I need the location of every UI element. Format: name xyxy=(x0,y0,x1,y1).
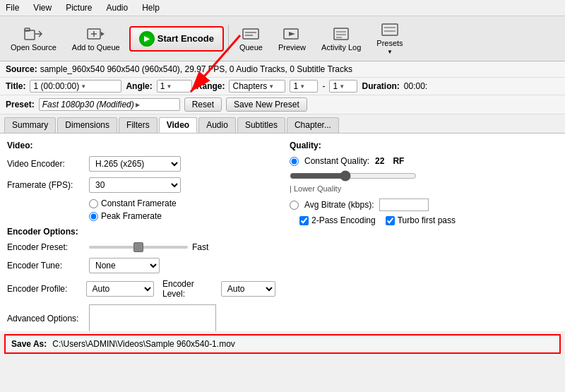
menu-picture[interactable]: Picture xyxy=(63,1,95,14)
preset-combo[interactable]: Fast 1080p30 (Modified) ▶ xyxy=(39,98,180,111)
encoder-tune-select[interactable]: None xyxy=(89,258,160,273)
queue-icon xyxy=(241,26,261,42)
queue-label: Queue xyxy=(239,43,263,52)
quality-panel: Quality: Constant Quality: 22 RF | Lower… xyxy=(290,141,558,324)
preset-arrow: ▶ xyxy=(136,102,140,108)
open-source-icon xyxy=(23,26,43,42)
preview-icon xyxy=(282,26,302,42)
angle-value: 1 xyxy=(160,81,165,91)
encoder-profile-select[interactable]: Auto xyxy=(86,281,154,297)
menu-help[interactable]: Help xyxy=(139,1,162,14)
duration-value: 00:00: xyxy=(404,81,427,91)
video-panel: Video: Video Encoder: H.265 (x265) Frame… xyxy=(7,141,275,324)
angle-combo[interactable]: 1 ▼ xyxy=(157,80,192,93)
menu-view[interactable]: View xyxy=(30,1,54,14)
turbo-checkbox[interactable] xyxy=(386,216,395,225)
peak-framerate-radio[interactable] xyxy=(89,212,98,221)
range-from-combo[interactable]: 1 ▼ xyxy=(290,80,318,93)
tab-video[interactable]: Video xyxy=(159,117,197,133)
add-to-queue-button[interactable]: Add to Queue xyxy=(66,23,126,54)
range-from-value: 1 xyxy=(293,81,298,91)
encoder-profile-row: Encoder Profile: Auto Encoder Level: Aut… xyxy=(7,279,275,299)
encoder-preset-value: Fast xyxy=(192,242,208,252)
start-encode-button[interactable]: ▶ Start Encode xyxy=(129,26,224,52)
framerate-select[interactable]: 30 xyxy=(89,177,181,193)
menubar: File View Picture Audio Help xyxy=(0,0,565,16)
main-content: Video: Video Encoder: H.265 (x265) Frame… xyxy=(0,133,565,331)
preset-value: Fast 1080p30 (Modified) xyxy=(42,100,134,109)
framerate-row: Framerate (FPS): 30 xyxy=(7,177,275,193)
activity-log-button[interactable]: Activity Log xyxy=(315,23,367,54)
constant-framerate-row: Constant Framerate xyxy=(89,198,275,208)
tabs-row: Summary Dimensions Filters Video Audio S… xyxy=(0,114,565,133)
video-title: Video: xyxy=(7,141,275,150)
encoder-tune-label: Encoder Tune: xyxy=(7,261,85,271)
constant-quality-radio[interactable] xyxy=(290,157,299,166)
preview-label: Preview xyxy=(278,43,306,52)
avg-bitrate-input[interactable] xyxy=(379,198,429,211)
tab-filters[interactable]: Filters xyxy=(119,117,157,133)
play-icon: ▶ xyxy=(139,31,155,47)
quality-slider[interactable] xyxy=(290,170,417,182)
avg-bitrate-row: Avg Bitrate (kbps): xyxy=(290,198,558,211)
queue-button[interactable]: Queue xyxy=(233,23,269,54)
range-label: Range: xyxy=(196,81,225,91)
presets-button[interactable]: Presets ▼ xyxy=(370,19,409,58)
encoder-options-title: Encoder Options: xyxy=(7,227,275,237)
range-to-arrow: ▼ xyxy=(339,83,345,90)
range-from-arrow: ▼ xyxy=(299,83,305,90)
add-to-queue-icon xyxy=(86,26,106,42)
encoder-row: Video Encoder: H.265 (x265) xyxy=(7,156,275,172)
range-to-combo[interactable]: 1 ▼ xyxy=(329,80,357,93)
presets-label: Presets xyxy=(376,39,403,47)
lower-quality-label: | Lower Quality xyxy=(290,184,558,193)
save-new-preset-button[interactable]: Save New Preset xyxy=(226,97,307,112)
advanced-options-label: Advanced Options: xyxy=(7,314,85,323)
tab-dimensions[interactable]: Dimensions xyxy=(57,117,117,133)
svg-rect-1 xyxy=(25,28,30,31)
avg-bitrate-radio[interactable] xyxy=(290,201,299,210)
framerate-label: Framerate (FPS): xyxy=(7,180,85,190)
quality-slider-container xyxy=(290,170,558,182)
saveas-row: Save As: xyxy=(4,334,561,354)
preset-label: Preset: xyxy=(6,100,35,109)
preview-button[interactable]: Preview xyxy=(272,23,312,54)
saveas-input[interactable] xyxy=(52,339,554,349)
menu-file[interactable]: File xyxy=(3,1,22,14)
menu-audio[interactable]: Audio xyxy=(104,1,131,14)
encoder-select[interactable]: H.265 (x265) xyxy=(89,156,181,172)
svg-rect-3 xyxy=(243,29,258,39)
peak-framerate-row: Peak Framerate xyxy=(89,211,275,221)
encoder-level-label: Encoder Level: xyxy=(162,279,217,299)
encoder-preset-row: Encoder Preset: Fast xyxy=(7,242,275,252)
two-pass-checkbox[interactable] xyxy=(299,216,309,225)
open-source-button[interactable]: Open Source xyxy=(4,23,63,54)
turbo-label: Turbo first pass xyxy=(398,215,456,225)
source-value: sample_960x540 960x540 (960x540), 29.97 … xyxy=(40,64,352,74)
open-source-label: Open Source xyxy=(11,43,56,52)
constant-quality-value: 22 xyxy=(375,156,384,166)
title-value: 1 (00:00:00) xyxy=(33,81,79,91)
duration-label: Duration: xyxy=(362,81,399,91)
svg-rect-7 xyxy=(334,28,348,40)
range-type-combo[interactable]: Chapters ▼ xyxy=(229,80,285,93)
title-combo[interactable]: 1 (00:00:00) ▼ xyxy=(30,80,121,93)
angle-label: Angle: xyxy=(126,81,152,91)
tab-summary[interactable]: Summary xyxy=(4,117,56,133)
tab-audio[interactable]: Audio xyxy=(198,117,236,133)
two-pass-label: 2-Pass Encoding xyxy=(311,215,376,225)
activity-log-label: Activity Log xyxy=(321,43,361,52)
tab-chapters[interactable]: Chapter... xyxy=(287,117,339,133)
encoder-level-select[interactable]: Auto xyxy=(221,281,275,297)
title-row: Title: 1 (00:00:00) ▼ Angle: 1 ▼ Range: … xyxy=(0,78,565,95)
peak-framerate-label: Peak Framerate xyxy=(101,211,162,221)
reset-button[interactable]: Reset xyxy=(184,97,222,112)
constant-framerate-radio[interactable] xyxy=(89,199,98,208)
source-label: Source: xyxy=(6,64,37,74)
encoder-preset-thumb[interactable] xyxy=(133,242,143,252)
presets-icon xyxy=(380,22,400,37)
range-type-value: Chapters xyxy=(232,81,267,91)
advanced-options-input[interactable] xyxy=(89,304,216,331)
tab-subtitles[interactable]: Subtitles xyxy=(237,117,285,133)
angle-arrow: ▼ xyxy=(166,83,172,90)
